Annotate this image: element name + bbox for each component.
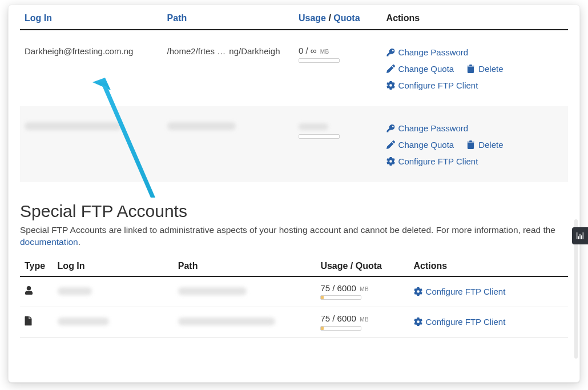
key-icon [386, 124, 395, 132]
usage-bar [299, 134, 340, 139]
configure-ftp-link[interactable]: Configure FTP Client [386, 156, 478, 166]
change-password-link[interactable]: Change Password [386, 47, 469, 57]
col-actions: Actions [409, 256, 568, 276]
trash-icon [466, 65, 475, 73]
table-row: Change Password Change Quota Delete [20, 106, 568, 182]
col-path: Path [174, 256, 316, 276]
col-type: Type [20, 256, 53, 276]
file-icon [25, 317, 32, 328]
col-login[interactable]: Log In [20, 5, 163, 30]
pencil-icon [386, 140, 395, 149]
change-password-link[interactable]: Change Password [386, 123, 469, 133]
configure-ftp-link[interactable]: Configure FTP Client [414, 317, 506, 327]
configure-ftp-link[interactable]: Configure FTP Client [386, 81, 478, 90]
trash-icon [466, 140, 475, 149]
path-cell: /home2/frtes … ng/Darkheigh [163, 30, 294, 106]
col-path[interactable]: Path [163, 5, 294, 30]
usage-bar [299, 58, 340, 63]
col-usage: Usage [299, 13, 326, 23]
table-row: Darkheigh@frtesting.com.ng /home2/frtes … [20, 30, 568, 106]
change-quota-link[interactable]: Change Quota [386, 140, 454, 150]
delete-link[interactable]: Delete [466, 140, 503, 150]
col-usage-quota: Usage / Quota [316, 256, 409, 276]
usage-cell: 0 / ∞ MB [294, 30, 382, 106]
chart-icon [575, 231, 585, 240]
table-row: 75 / 6000 MB Configure FTP Client [20, 276, 568, 307]
side-tab-button[interactable] [572, 227, 588, 244]
table-row: 75 / 6000 MB Configure FTP Client [20, 307, 568, 338]
key-icon [386, 48, 395, 57]
gear-icon [414, 317, 422, 326]
pencil-icon [386, 65, 395, 73]
col-login: Log In [53, 256, 174, 276]
special-ftp-table: Type Log In Path Usage / Quota Actions 7… [20, 256, 568, 338]
gear-icon [386, 157, 395, 166]
usage-bar [320, 326, 361, 331]
change-quota-link[interactable]: Change Quota [386, 64, 454, 74]
special-ftp-title: Special FTP Accounts [20, 202, 568, 221]
delete-link[interactable]: Delete [466, 64, 503, 74]
login-cell: Darkheigh@frtesting.com.ng [20, 30, 163, 106]
ftp-accounts-table: Log In Path Usage / Quota Actions Darkhe… [20, 5, 568, 182]
usage-bar [320, 295, 361, 300]
col-quota: Quota [333, 13, 360, 23]
user-icon [25, 286, 33, 297]
ftp-accounts-panel: Log In Path Usage / Quota Actions Darkhe… [8, 5, 580, 383]
documentation-link[interactable]: documentation [20, 237, 78, 247]
configure-ftp-link[interactable]: Configure FTP Client [414, 287, 506, 296]
col-usage-quota[interactable]: Usage / Quota [294, 5, 382, 30]
col-actions: Actions [382, 5, 568, 30]
gear-icon [414, 287, 422, 296]
special-ftp-description: Special FTP Accounts are linked to admin… [20, 224, 568, 248]
gear-icon [386, 81, 395, 90]
